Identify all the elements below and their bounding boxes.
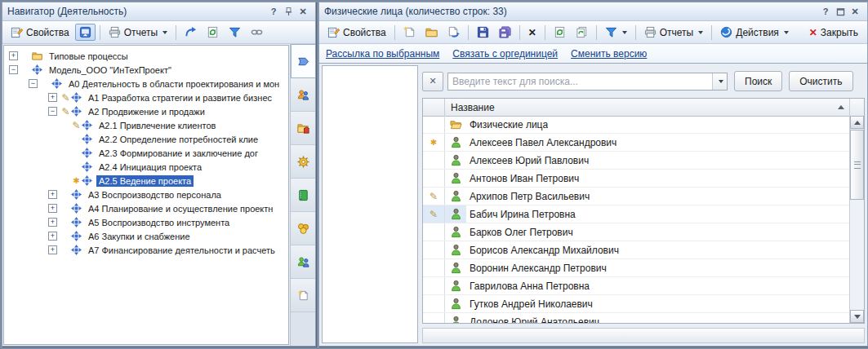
tree-item-a2-4[interactable]: А2.4 Инициация проекта [4, 160, 288, 174]
scroll-down-button[interactable] [850, 310, 864, 323]
close-icon[interactable] [848, 5, 862, 18]
category-documents-button[interactable] [291, 279, 315, 312]
category-persons-button[interactable] [291, 245, 315, 279]
expander-minus-icon[interactable] [48, 107, 57, 116]
link-change-version[interactable]: Сменить версию [571, 48, 647, 60]
link-button[interactable] [247, 24, 267, 41]
refresh-all-button[interactable] [572, 24, 592, 41]
search-input[interactable] [448, 74, 712, 89]
delete-icon [528, 27, 536, 38]
category-notebook-button[interactable] [291, 179, 315, 212]
thumb-grip-icon [854, 161, 861, 169]
table-row[interactable]: Воронин Александр Петрович [423, 259, 850, 277]
tree-item-model[interactable]: Модель_ООО "ИнТехПроект" [4, 63, 288, 77]
tree-item-a2-2[interactable]: А2.2 Определение потребностей клие [4, 132, 288, 146]
filter-icon [229, 26, 241, 38]
tree-item-a4[interactable]: А4 Планирование и осуществление проектн [4, 201, 288, 215]
tree-item-label: А4 Планирование и осуществление проектн [86, 203, 275, 214]
save-all-button[interactable] [495, 24, 515, 41]
search-combo [447, 73, 728, 91]
help-icon[interactable] [818, 5, 833, 18]
expander-minus-icon[interactable] [29, 79, 38, 88]
table-row[interactable]: Борисов Александр Михайлович [423, 241, 850, 259]
clear-button[interactable]: Очистить [789, 71, 852, 91]
close-list-button[interactable]: Закрыть [804, 25, 863, 40]
refresh-button[interactable] [203, 24, 223, 41]
table-row[interactable]: Антонов Иван Петрович [423, 170, 850, 188]
reports-button[interactable]: Отчеты [105, 24, 171, 41]
pin-icon[interactable] [281, 5, 296, 18]
close-icon[interactable] [296, 5, 310, 18]
category-management-button[interactable] [291, 145, 315, 179]
table-row[interactable]: Барков Олег Петрович [423, 223, 850, 241]
tree-item-a5[interactable]: А5 Воспроизводство инструмента [4, 215, 288, 229]
tree-item-a2-5-selected[interactable]: А2.5 Ведение проекта [4, 174, 288, 188]
new-item-button[interactable] [399, 24, 420, 41]
expander-plus-icon[interactable] [48, 218, 57, 227]
filter-button[interactable] [225, 24, 245, 41]
expander-plus-icon[interactable] [48, 190, 57, 199]
category-subjects-button[interactable] [291, 78, 315, 112]
properties-button[interactable]: Свойства [7, 24, 73, 41]
table-row[interactable]: Додонов Юрий Анатольевич [423, 313, 850, 323]
pencil-marker-icon [71, 120, 82, 131]
grid-footer [422, 328, 865, 343]
expander-plus-icon[interactable] [48, 232, 57, 241]
goto-button[interactable] [180, 24, 201, 41]
chevron-down-icon [162, 31, 167, 34]
tree-item-a2[interactable]: А2 Продвижение и продажи [4, 104, 288, 118]
table-row[interactable]: Гаврилова Анна Петровна [423, 277, 850, 295]
tree-item-typical-processes[interactable]: Типовые процессы [4, 49, 288, 63]
actions-button[interactable]: Действия [716, 24, 793, 41]
category-objects-button[interactable] [291, 112, 315, 145]
maximize-icon[interactable] [833, 5, 848, 18]
vertical-scrollbar[interactable] [849, 116, 864, 323]
search-dropdown-button[interactable] [712, 73, 727, 90]
sync-navigator-button[interactable] [75, 24, 96, 41]
reports-button[interactable]: Отчеты [640, 24, 707, 41]
expander-minus-icon[interactable] [9, 65, 18, 74]
expander-plus-icon[interactable] [9, 51, 18, 60]
refresh-button[interactable] [550, 24, 570, 41]
category-resources-button[interactable] [291, 212, 315, 245]
marker-column-header[interactable] [423, 99, 445, 116]
process-icon [32, 64, 43, 75]
expander-plus-icon[interactable] [48, 204, 57, 213]
category-processes-button[interactable] [291, 44, 315, 78]
tree-item-a3[interactable]: А3 Воспроизводство персонала [4, 188, 288, 201]
expander-plus-icon[interactable] [48, 93, 57, 102]
tree-item-a1[interactable]: А1 Разработка стратегии и развитие бизне… [4, 91, 288, 104]
table-row-current[interactable]: Бабич Ирина Петровна [423, 205, 850, 223]
tree-item-label: А2.3 Формирование и заключение дог [96, 148, 260, 159]
tree-item-a0[interactable]: А0 Деятельность в области проектирования… [4, 77, 288, 91]
properties-button[interactable]: Свойства [323, 24, 390, 41]
table-row[interactable]: Физические лица [423, 116, 850, 134]
link-bind-orgunit[interactable]: Связать с оргединицей [452, 48, 558, 60]
filter-button[interactable] [601, 24, 631, 41]
help-icon[interactable] [266, 5, 281, 18]
expander-plus-icon[interactable] [48, 245, 57, 254]
link-mailing-selected[interactable]: Рассылка по выбранным [326, 48, 439, 60]
scrollbar-thumb[interactable] [850, 130, 864, 200]
pencil-marker-icon [423, 188, 445, 205]
table-row[interactable]: Гутков Андрей Николаевич [423, 295, 850, 313]
scroll-up-button[interactable] [850, 116, 864, 129]
table-row[interactable]: Алексеев Юрий Павлович [423, 152, 850, 170]
tree-item-a6[interactable]: А6 Закупки и снабжение [4, 229, 288, 243]
tree-item-a2-1[interactable]: А2.1 Привлечение клиентов [4, 118, 288, 132]
search-button[interactable]: Поиск [734, 71, 782, 91]
clear-search-icon[interactable] [422, 72, 443, 91]
tree-item-a7[interactable]: А7 Финансирование деятельности и расчеть [4, 243, 288, 257]
table-row[interactable]: Алексеев Павел Александрович [423, 134, 850, 152]
person-icon [445, 205, 466, 223]
tree-item-a2-3[interactable]: А2.3 Формирование и заключение дог [4, 146, 288, 160]
name-column-header[interactable]: Название [445, 99, 850, 116]
category-side-strip [290, 44, 315, 346]
toolbar-separator [711, 25, 712, 40]
new-folder-button[interactable] [421, 24, 442, 41]
filter-listbox[interactable] [322, 65, 418, 343]
table-row[interactable]: Архипов Петр Васильевич [423, 188, 850, 205]
save-button[interactable] [473, 24, 493, 41]
delete-button[interactable] [524, 24, 541, 41]
copy-button[interactable] [443, 24, 464, 41]
